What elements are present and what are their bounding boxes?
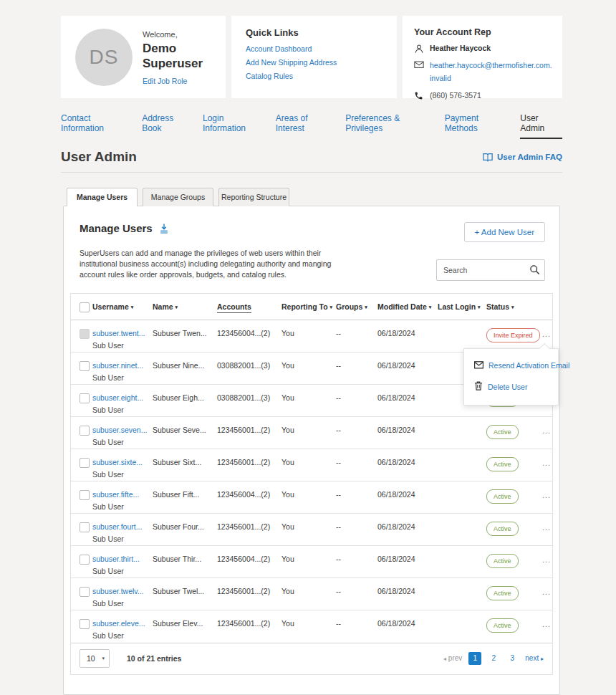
username-cell: subuser.twelv...Sub User: [92, 578, 153, 608]
add-new-user-button[interactable]: + Add New User: [464, 222, 545, 242]
last-login-cell: [438, 449, 486, 457]
nav-tab-preferences-privileges[interactable]: Preferences & Privileges: [345, 113, 434, 139]
select-all-checkbox[interactable]: [80, 302, 90, 312]
username-link[interactable]: subuser.twelv...: [92, 586, 147, 596]
groups-cell: --: [336, 610, 377, 628]
column-header-name[interactable]: Name▾: [153, 294, 217, 320]
row-actions-icon[interactable]: ...: [542, 610, 552, 628]
row-actions-icon[interactable]: ...: [542, 320, 552, 338]
column-header-status[interactable]: Status▾: [486, 294, 542, 320]
profile-nav: Contact InformationAddress BookLogin Inf…: [61, 113, 562, 139]
row-checkbox-cell: [71, 546, 92, 565]
row-checkbox[interactable]: [80, 361, 90, 371]
row-checkbox[interactable]: [80, 522, 90, 532]
row-actions-icon[interactable]: ...: [542, 514, 552, 532]
tab-reporting-structure[interactable]: Reporting Structure: [218, 188, 289, 206]
sort-arrow-icon: ▾: [330, 305, 333, 310]
entries-summary: 10 of 21 entries: [127, 654, 181, 663]
avatar: DS: [75, 29, 133, 86]
username-cell: subuser.twent...Sub User: [92, 320, 153, 350]
prev-page-button[interactable]: ◂ prev: [443, 654, 462, 662]
nav-tab-user-admin[interactable]: User Admin: [520, 113, 562, 139]
nav-tab-contact-information[interactable]: Contact Information: [61, 113, 132, 139]
rep-email-link[interactable]: heather.haycock@thermofisher.com.invalid: [430, 59, 552, 85]
column-header-modified-date[interactable]: Modified Date▾: [377, 294, 438, 320]
page-size-select[interactable]: 10 ▾: [80, 649, 110, 668]
users-table: Username▾Name▾AccountsReporting To▾Group…: [70, 293, 553, 675]
column-label: Name: [153, 302, 173, 311]
page-button-3[interactable]: 3: [506, 652, 519, 665]
column-header-username[interactable]: Username▾: [92, 294, 153, 320]
row-actions-icon[interactable]: ...: [542, 417, 552, 435]
menu-item-delete-user[interactable]: Delete User: [474, 380, 558, 393]
quick-links-list: Account DashboardAdd New Shipping Addres…: [246, 44, 397, 80]
row-checkbox[interactable]: [80, 393, 90, 403]
tab-manage-groups[interactable]: Manage Groups: [143, 188, 213, 206]
tab-manage-users[interactable]: Manage Users: [67, 188, 138, 206]
profile-name: Demo Superuser: [143, 41, 203, 72]
column-header-last-login[interactable]: Last Login▾: [438, 294, 486, 320]
column-label: Accounts: [217, 302, 251, 313]
nav-tab-areas-of-interest[interactable]: Areas of Interest: [276, 113, 335, 139]
status-cell: Invite Expired: [486, 320, 542, 342]
username-link[interactable]: subuser.sixte...: [92, 457, 147, 467]
nav-tab-payment-methods[interactable]: Payment Methods: [445, 113, 511, 139]
row-actions-icon[interactable]: ...: [542, 449, 552, 467]
last-login-cell: [438, 546, 486, 554]
name-cell: Subuser Nine...: [153, 353, 217, 370]
row-checkbox[interactable]: [80, 426, 90, 436]
column-label: Status: [486, 302, 509, 311]
modified-date-cell: 06/18/2024: [377, 353, 438, 370]
username-link[interactable]: subuser.seven...: [92, 425, 147, 435]
account-rep-card: Your Account Rep Heather Haycock heather…: [403, 16, 562, 98]
row-checkbox[interactable]: [80, 587, 90, 597]
nav-tab-address-book[interactable]: Address Book: [142, 113, 193, 139]
last-login-cell: [438, 514, 486, 522]
row-actions-icon[interactable]: ...: [542, 578, 552, 596]
page-button-2[interactable]: 2: [487, 652, 500, 665]
user-admin-faq-link[interactable]: User Admin FAQ: [483, 153, 562, 162]
next-page-button[interactable]: next ▸: [525, 654, 544, 662]
row-checkbox[interactable]: [80, 490, 90, 500]
table-row: subuser.thirt...Sub UserSubuser Thir...1…: [71, 546, 552, 578]
row-checkbox-cell: [71, 514, 92, 532]
username-link[interactable]: subuser.ninet...: [92, 360, 147, 370]
column-label: Groups: [336, 302, 362, 311]
row-checkbox[interactable]: [80, 458, 90, 468]
column-header-reporting-to[interactable]: Reporting To▾: [281, 294, 336, 320]
username-link[interactable]: subuser.eight...: [92, 393, 147, 403]
edit-job-role-link[interactable]: Edit Job Role: [143, 77, 187, 85]
status-cell: Active: [486, 449, 542, 471]
sort-arrow-icon: ▾: [511, 305, 514, 310]
admin-tabs: Manage UsersManage GroupsReporting Struc…: [61, 188, 562, 206]
username-link[interactable]: subuser.twent...: [92, 328, 147, 338]
title-divider: [61, 172, 562, 173]
trash-icon: [474, 380, 483, 393]
user-type-label: Sub User: [92, 405, 147, 415]
groups-cell: --: [336, 353, 377, 370]
row-checkbox[interactable]: [80, 555, 90, 565]
row-actions-icon[interactable]: ...: [542, 546, 552, 564]
column-header-accounts[interactable]: Accounts: [217, 294, 281, 320]
quick-link[interactable]: Add New Shipping Address: [246, 58, 397, 67]
username-cell: subuser.fourt...Sub User: [92, 514, 153, 544]
download-icon[interactable]: [159, 223, 169, 234]
username-link[interactable]: subuser.fifte...: [92, 489, 147, 499]
status-cell: Active: [486, 578, 542, 600]
username-link[interactable]: subuser.eleve...: [92, 618, 147, 628]
modified-date-cell: 06/18/2024: [377, 578, 438, 596]
row-checkbox[interactable]: [80, 619, 90, 629]
username-link[interactable]: subuser.fourt...: [92, 522, 147, 532]
page-button-1[interactable]: 1: [468, 652, 481, 665]
username-link[interactable]: subuser.thirt...: [92, 554, 147, 564]
row-actions-icon[interactable]: ...: [542, 481, 552, 499]
quick-link[interactable]: Catalog Rules: [246, 72, 397, 80]
search-icon[interactable]: [529, 264, 540, 278]
nav-tab-login-information[interactable]: Login Information: [203, 113, 266, 139]
groups-cell: --: [336, 578, 377, 596]
row-checkbox-cell: [71, 320, 92, 339]
menu-item-resend-activation-email[interactable]: Resend Activation Email: [474, 359, 558, 372]
column-header-groups[interactable]: Groups▾: [336, 294, 377, 320]
quick-link[interactable]: Account Dashboard: [246, 44, 397, 53]
user-type-label: Sub User: [92, 566, 147, 576]
